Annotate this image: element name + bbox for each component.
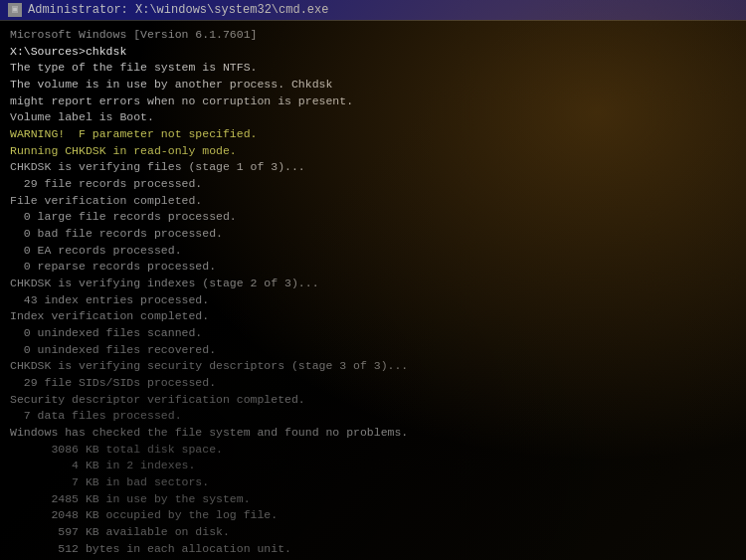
cmd-line: 0 unindexed files scanned. <box>10 325 736 342</box>
cmd-line: 0 reparse records processed. <box>10 259 736 276</box>
cmd-line: CHKDSK is verifying files (stage 1 of 3)… <box>10 159 736 176</box>
cmd-line: 2048 KB occupied by the log file. <box>10 507 736 524</box>
cmd-line: 597 KB available on disk. <box>10 524 736 541</box>
cmd-line: 29 file SIDs/SIDs processed. <box>10 375 736 392</box>
cmd-line: Running CHKDSK in read-only mode. <box>10 143 736 160</box>
cmd-line: The volume is in use by another process.… <box>10 77 736 93</box>
cmd-output: Microsoft Windows [Version 6.1.7601]X:\S… <box>0 21 746 560</box>
cmd-line: The type of the file system is NTFS. <box>10 60 736 77</box>
cmd-line: 2485 KB in use by the system. <box>10 491 736 508</box>
cmd-line: 4 KB in 2 indexes. <box>10 458 736 474</box>
cmd-line: Volume label is Boot. <box>10 109 736 126</box>
cmd-line: might report errors when no corruption i… <box>10 93 736 110</box>
cmd-line: Windows has checked the file system and … <box>10 425 736 442</box>
cmd-line: 0 bad file records processed. <box>10 226 736 243</box>
title-bar: ▣ Administrator: X:\windows\system32\cmd… <box>0 0 746 21</box>
cmd-line: Microsoft Windows [Version 6.1.7601] <box>10 27 736 44</box>
cmd-line: 0 unindexed files recovered. <box>10 342 736 359</box>
cmd-line: 0 large file records processed. <box>10 209 736 226</box>
cmd-screen: ▣ Administrator: X:\windows\system32\cmd… <box>0 0 746 560</box>
cmd-line: CHKDSK is verifying indexes (stage 2 of … <box>10 276 736 292</box>
cmd-line: 3086 KB total disk space. <box>10 442 736 459</box>
cmd-line: 7 data files processed. <box>10 408 736 425</box>
cmd-line: X:\Sources>chkdsk <box>10 44 736 61</box>
window-title: Administrator: X:\windows\system32\cmd.e… <box>28 3 328 17</box>
cmd-line: Index verification completed. <box>10 308 736 325</box>
cmd-icon: ▣ <box>8 3 22 17</box>
cmd-line: WARNING! F parameter not specified. <box>10 126 736 143</box>
cmd-line: CHKDSK is verifying security descriptors… <box>10 358 736 375</box>
cmd-line: 0 EA records processed. <box>10 243 736 260</box>
cmd-line: File verification completed. <box>10 193 736 210</box>
cmd-line: 7 KB in bad sectors. <box>10 474 736 491</box>
cmd-line: 43 index entries processed. <box>10 292 736 309</box>
cmd-line: 512 bytes in each allocation unit. <box>10 541 736 558</box>
cmd-line: Security descriptor verification complet… <box>10 392 736 409</box>
cmd-line: 29 file records processed. <box>10 176 736 193</box>
